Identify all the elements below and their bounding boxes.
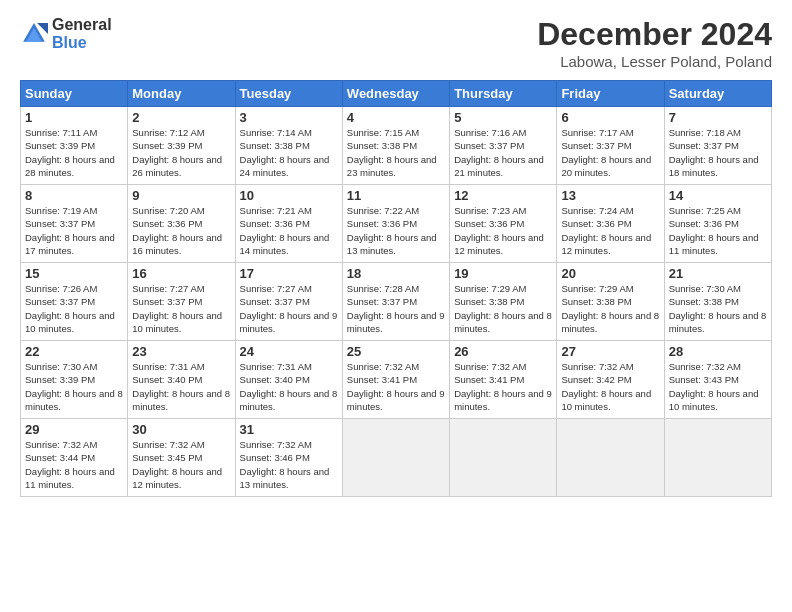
calendar-cell: 7 Sunrise: 7:18 AM Sunset: 3:37 PM Dayli… (664, 107, 771, 185)
day-info: Sunrise: 7:20 AM Sunset: 3:36 PM Dayligh… (132, 204, 230, 257)
calendar-cell: 24 Sunrise: 7:31 AM Sunset: 3:40 PM Dayl… (235, 341, 342, 419)
day-info: Sunrise: 7:21 AM Sunset: 3:36 PM Dayligh… (240, 204, 338, 257)
day-info: Sunrise: 7:24 AM Sunset: 3:36 PM Dayligh… (561, 204, 659, 257)
calendar-cell: 2 Sunrise: 7:12 AM Sunset: 3:39 PM Dayli… (128, 107, 235, 185)
header-saturday: Saturday (664, 81, 771, 107)
day-info: Sunrise: 7:11 AM Sunset: 3:39 PM Dayligh… (25, 126, 123, 179)
day-info: Sunrise: 7:32 AM Sunset: 3:41 PM Dayligh… (347, 360, 445, 413)
day-info: Sunrise: 7:25 AM Sunset: 3:36 PM Dayligh… (669, 204, 767, 257)
day-info: Sunrise: 7:27 AM Sunset: 3:37 PM Dayligh… (132, 282, 230, 335)
calendar-cell: 16 Sunrise: 7:27 AM Sunset: 3:37 PM Dayl… (128, 263, 235, 341)
day-number: 27 (561, 344, 659, 359)
day-info: Sunrise: 7:29 AM Sunset: 3:38 PM Dayligh… (561, 282, 659, 335)
day-number: 22 (25, 344, 123, 359)
day-info: Sunrise: 7:14 AM Sunset: 3:38 PM Dayligh… (240, 126, 338, 179)
day-number: 31 (240, 422, 338, 437)
day-info: Sunrise: 7:15 AM Sunset: 3:38 PM Dayligh… (347, 126, 445, 179)
day-info: Sunrise: 7:18 AM Sunset: 3:37 PM Dayligh… (669, 126, 767, 179)
calendar-cell: 31 Sunrise: 7:32 AM Sunset: 3:46 PM Dayl… (235, 419, 342, 497)
day-info: Sunrise: 7:32 AM Sunset: 3:46 PM Dayligh… (240, 438, 338, 491)
calendar-cell: 12 Sunrise: 7:23 AM Sunset: 3:36 PM Dayl… (450, 185, 557, 263)
day-info: Sunrise: 7:26 AM Sunset: 3:37 PM Dayligh… (25, 282, 123, 335)
day-number: 25 (347, 344, 445, 359)
day-number: 26 (454, 344, 552, 359)
calendar-cell (664, 419, 771, 497)
calendar-row: 29 Sunrise: 7:32 AM Sunset: 3:44 PM Dayl… (21, 419, 772, 497)
day-info: Sunrise: 7:29 AM Sunset: 3:38 PM Dayligh… (454, 282, 552, 335)
day-number: 24 (240, 344, 338, 359)
day-number: 8 (25, 188, 123, 203)
calendar-table: Sunday Monday Tuesday Wednesday Thursday… (20, 80, 772, 497)
calendar-cell: 26 Sunrise: 7:32 AM Sunset: 3:41 PM Dayl… (450, 341, 557, 419)
logo-text: General Blue (52, 16, 112, 51)
title-section: December 2024 Labowa, Lesser Poland, Pol… (537, 16, 772, 70)
day-number: 28 (669, 344, 767, 359)
calendar-cell: 4 Sunrise: 7:15 AM Sunset: 3:38 PM Dayli… (342, 107, 449, 185)
day-info: Sunrise: 7:32 AM Sunset: 3:43 PM Dayligh… (669, 360, 767, 413)
day-info: Sunrise: 7:12 AM Sunset: 3:39 PM Dayligh… (132, 126, 230, 179)
day-number: 5 (454, 110, 552, 125)
calendar-cell: 29 Sunrise: 7:32 AM Sunset: 3:44 PM Dayl… (21, 419, 128, 497)
header-friday: Friday (557, 81, 664, 107)
calendar-cell: 8 Sunrise: 7:19 AM Sunset: 3:37 PM Dayli… (21, 185, 128, 263)
page-subtitle: Labowa, Lesser Poland, Poland (537, 53, 772, 70)
day-number: 9 (132, 188, 230, 203)
day-number: 29 (25, 422, 123, 437)
day-number: 2 (132, 110, 230, 125)
calendar-cell: 5 Sunrise: 7:16 AM Sunset: 3:37 PM Dayli… (450, 107, 557, 185)
calendar-cell: 3 Sunrise: 7:14 AM Sunset: 3:38 PM Dayli… (235, 107, 342, 185)
calendar-cell: 13 Sunrise: 7:24 AM Sunset: 3:36 PM Dayl… (557, 185, 664, 263)
day-info: Sunrise: 7:32 AM Sunset: 3:45 PM Dayligh… (132, 438, 230, 491)
day-number: 7 (669, 110, 767, 125)
day-number: 3 (240, 110, 338, 125)
day-info: Sunrise: 7:16 AM Sunset: 3:37 PM Dayligh… (454, 126, 552, 179)
day-number: 21 (669, 266, 767, 281)
page: General Blue December 2024 Labowa, Lesse… (0, 0, 792, 612)
calendar-row: 15 Sunrise: 7:26 AM Sunset: 3:37 PM Dayl… (21, 263, 772, 341)
day-number: 10 (240, 188, 338, 203)
calendar-row: 8 Sunrise: 7:19 AM Sunset: 3:37 PM Dayli… (21, 185, 772, 263)
day-info: Sunrise: 7:22 AM Sunset: 3:36 PM Dayligh… (347, 204, 445, 257)
day-number: 30 (132, 422, 230, 437)
day-info: Sunrise: 7:32 AM Sunset: 3:42 PM Dayligh… (561, 360, 659, 413)
day-info: Sunrise: 7:31 AM Sunset: 3:40 PM Dayligh… (240, 360, 338, 413)
header: General Blue December 2024 Labowa, Lesse… (20, 16, 772, 70)
calendar-cell: 15 Sunrise: 7:26 AM Sunset: 3:37 PM Dayl… (21, 263, 128, 341)
day-number: 17 (240, 266, 338, 281)
logo-blue-text: Blue (52, 34, 112, 52)
day-info: Sunrise: 7:31 AM Sunset: 3:40 PM Dayligh… (132, 360, 230, 413)
day-number: 11 (347, 188, 445, 203)
day-info: Sunrise: 7:30 AM Sunset: 3:38 PM Dayligh… (669, 282, 767, 335)
day-number: 16 (132, 266, 230, 281)
day-number: 23 (132, 344, 230, 359)
day-info: Sunrise: 7:30 AM Sunset: 3:39 PM Dayligh… (25, 360, 123, 413)
calendar-cell: 30 Sunrise: 7:32 AM Sunset: 3:45 PM Dayl… (128, 419, 235, 497)
day-number: 12 (454, 188, 552, 203)
day-number: 4 (347, 110, 445, 125)
header-wednesday: Wednesday (342, 81, 449, 107)
calendar-cell: 27 Sunrise: 7:32 AM Sunset: 3:42 PM Dayl… (557, 341, 664, 419)
page-title: December 2024 (537, 16, 772, 53)
calendar-cell: 20 Sunrise: 7:29 AM Sunset: 3:38 PM Dayl… (557, 263, 664, 341)
calendar-cell: 14 Sunrise: 7:25 AM Sunset: 3:36 PM Dayl… (664, 185, 771, 263)
day-info: Sunrise: 7:28 AM Sunset: 3:37 PM Dayligh… (347, 282, 445, 335)
calendar-cell: 9 Sunrise: 7:20 AM Sunset: 3:36 PM Dayli… (128, 185, 235, 263)
header-thursday: Thursday (450, 81, 557, 107)
day-number: 1 (25, 110, 123, 125)
day-number: 19 (454, 266, 552, 281)
day-number: 20 (561, 266, 659, 281)
calendar-cell: 21 Sunrise: 7:30 AM Sunset: 3:38 PM Dayl… (664, 263, 771, 341)
calendar-cell: 22 Sunrise: 7:30 AM Sunset: 3:39 PM Dayl… (21, 341, 128, 419)
day-number: 14 (669, 188, 767, 203)
calendar-row: 22 Sunrise: 7:30 AM Sunset: 3:39 PM Dayl… (21, 341, 772, 419)
header-sunday: Sunday (21, 81, 128, 107)
logo-general-text: General (52, 16, 112, 34)
calendar-cell: 17 Sunrise: 7:27 AM Sunset: 3:37 PM Dayl… (235, 263, 342, 341)
day-info: Sunrise: 7:23 AM Sunset: 3:36 PM Dayligh… (454, 204, 552, 257)
calendar-row: 1 Sunrise: 7:11 AM Sunset: 3:39 PM Dayli… (21, 107, 772, 185)
calendar-cell: 6 Sunrise: 7:17 AM Sunset: 3:37 PM Dayli… (557, 107, 664, 185)
calendar-cell: 11 Sunrise: 7:22 AM Sunset: 3:36 PM Dayl… (342, 185, 449, 263)
day-number: 13 (561, 188, 659, 203)
calendar-cell: 19 Sunrise: 7:29 AM Sunset: 3:38 PM Dayl… (450, 263, 557, 341)
weekday-header-row: Sunday Monday Tuesday Wednesday Thursday… (21, 81, 772, 107)
